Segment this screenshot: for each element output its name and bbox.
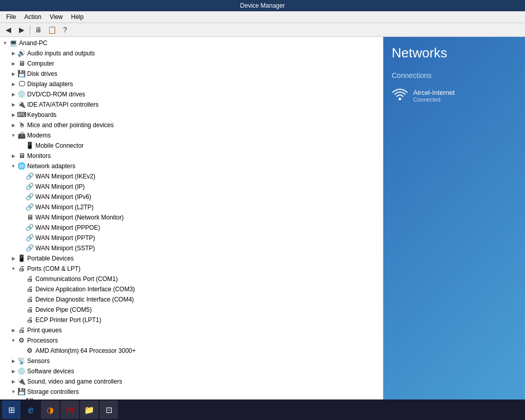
tree-expand-icon[interactable] bbox=[17, 306, 26, 314]
tree-item-wan-l2tp[interactable]: 🔗WAN Miniport (L2TP) bbox=[0, 202, 383, 212]
tree-expand-icon[interactable] bbox=[17, 213, 26, 222]
toolbar-btn-4[interactable]: ? bbox=[59, 24, 71, 35]
tree-expand-icon[interactable] bbox=[17, 203, 26, 211]
tree-expand-icon[interactable]: ▼ bbox=[1, 39, 9, 47]
tree-item-processors[interactable]: ▼⚙Processors bbox=[0, 335, 383, 346]
tree-expand-icon[interactable] bbox=[17, 172, 26, 181]
tree-item-software-devices[interactable]: ▶💿Software devices bbox=[0, 366, 383, 376]
network-name: Aircel-Internet bbox=[413, 89, 455, 96]
tree-expand-icon[interactable] bbox=[17, 193, 26, 201]
tree-item-amd-athlon[interactable]: ⚙AMD Athlon(tm) 64 Processor 3000+ bbox=[0, 346, 383, 356]
tree-item-wan-ikev2[interactable]: 🔗WAN Miniport (IKEv2) bbox=[0, 171, 383, 182]
tree-item-sound-video[interactable]: ▶🔌Sound, video and game controllers bbox=[0, 376, 383, 387]
tree-item-wan-pptp[interactable]: 🔗WAN Miniport (PPTP) bbox=[0, 233, 383, 243]
tree-expand-icon[interactable] bbox=[17, 275, 26, 283]
tree-item-icon: 📠 bbox=[17, 131, 26, 139]
toolbar-btn-1[interactable]: ▶ bbox=[15, 24, 28, 35]
menu-item-help[interactable]: Help bbox=[67, 12, 88, 22]
title-bar: Device Manager bbox=[0, 0, 525, 11]
tree-item-label: Communications Port (COM1) bbox=[35, 274, 118, 284]
tree-expand-icon[interactable]: ▶ bbox=[9, 357, 17, 365]
tree-item-computer[interactable]: ▶🖥Computer bbox=[0, 58, 383, 69]
tree-expand-icon[interactable]: ▶ bbox=[9, 59, 17, 68]
tree-item-wan-ip[interactable]: 🔗WAN Miniport (IP) bbox=[0, 182, 383, 192]
tree-item-icon: 🔌 bbox=[17, 101, 26, 109]
tree-item-ide-ata[interactable]: ▶🔌IDE ATA/ATAPI controllers bbox=[0, 99, 383, 110]
tree-expand-icon[interactable]: ▼ bbox=[9, 162, 17, 170]
taskbar-files-button[interactable]: 📁 bbox=[80, 401, 98, 419]
tree-expand-icon[interactable]: ▶ bbox=[9, 152, 17, 160]
tree-item-comm-port-com1[interactable]: 🖨Communications Port (COM1) bbox=[0, 274, 383, 284]
tree-item-wan-sstp[interactable]: 🔗WAN Miniport (SSTP) bbox=[0, 243, 383, 253]
network-item[interactable]: Aircel-Internet Connected bbox=[392, 86, 517, 105]
tree-item-modems[interactable]: ▼📠Modems bbox=[0, 130, 383, 141]
tree-item-app-iface-com3[interactable]: 🖨Device Application Interface (COM3) bbox=[0, 284, 383, 294]
tree-item-diag-iface-com4[interactable]: 🖨Device Diagnostic Interface (COM4) bbox=[0, 294, 383, 305]
tree-expand-icon[interactable] bbox=[17, 244, 26, 252]
tree-item-label: WAN Miniport (IP) bbox=[35, 182, 85, 191]
tree-expand-icon[interactable] bbox=[17, 234, 26, 242]
tree-item-wan-netmon[interactable]: 🖥WAN Miniport (Network Monitor) bbox=[0, 212, 383, 223]
menu-item-view[interactable]: View bbox=[46, 12, 67, 22]
tree-expand-icon[interactable]: ▶ bbox=[9, 49, 17, 57]
toolbar-btn-2[interactable]: 🖥 bbox=[32, 24, 45, 35]
tree-item-storage-controllers[interactable]: ▼💾Storage controllers bbox=[0, 387, 383, 397]
taskbar-app3-button[interactable]: m bbox=[60, 401, 79, 419]
tree-item-label: Audio inputs and outputs bbox=[27, 49, 95, 58]
tree-expand-icon[interactable]: ▶ bbox=[9, 101, 17, 109]
tree-item-device-pipe-com5[interactable]: 🖨Device Pipe (COM5) bbox=[0, 305, 383, 315]
tree-expand-icon[interactable]: ▶ bbox=[9, 377, 17, 386]
tree-item-keyboards[interactable]: ▶⌨Keyboards bbox=[0, 110, 383, 120]
tree-item-wan-pppoe[interactable]: 🔗WAN Miniport (PPPOE) bbox=[0, 223, 383, 233]
tree-expand-icon[interactable]: ▶ bbox=[9, 326, 17, 334]
tree-expand-icon[interactable]: ▶ bbox=[9, 367, 17, 375]
tree-item-icon: 🖱 bbox=[17, 121, 26, 129]
tree-expand-icon[interactable] bbox=[17, 295, 26, 304]
tree-expand-icon[interactable] bbox=[17, 316, 26, 324]
tree-item-dvd-rom[interactable]: ▶💿DVD/CD-ROM drives bbox=[0, 89, 383, 99]
tree-item-label: WAN Miniport (L2TP) bbox=[35, 203, 94, 212]
tree-expand-icon[interactable] bbox=[17, 224, 26, 232]
tree-expand-icon[interactable]: ▶ bbox=[9, 121, 17, 129]
tree-item-icon: ⚙ bbox=[17, 336, 26, 345]
tree-item-mobile-connector[interactable]: 📱Mobile Connector bbox=[0, 141, 383, 151]
tree-item-label: WAN Miniport (PPPOE) bbox=[35, 223, 100, 232]
tree-expand-icon[interactable] bbox=[17, 183, 26, 191]
tree-item-mice[interactable]: ▶🖱Mice and other pointing devices bbox=[0, 120, 383, 130]
tree-item-icon: 📡 bbox=[17, 357, 26, 365]
tree-item-label: Sound, video and game controllers bbox=[27, 377, 122, 386]
menu-item-action[interactable]: Action bbox=[20, 12, 45, 22]
tree-item-ports-com-lpt[interactable]: ▼🖨Ports (COM & LPT) bbox=[0, 264, 383, 274]
tree-expand-icon[interactable]: ▼ bbox=[9, 336, 17, 345]
tree-expand-icon[interactable]: ▶ bbox=[9, 80, 17, 88]
toolbar-btn-0[interactable]: ◀ bbox=[2, 24, 14, 35]
tree-item-sensors[interactable]: ▶📡Sensors bbox=[0, 356, 383, 366]
tree-item-print-queues[interactable]: ▶🖨Print queues bbox=[0, 325, 383, 335]
taskbar-ie-button[interactable]: e bbox=[22, 401, 40, 419]
tree-item-ecp-lpt1[interactable]: 🖨ECP Printer Port (LPT1) bbox=[0, 315, 383, 325]
tree-item-wan-ipv6[interactable]: 🔗WAN Miniport (IPv6) bbox=[0, 192, 383, 202]
tree-item-network-adapters[interactable]: ▼🌐Network adapters bbox=[0, 161, 383, 171]
taskbar-app5-button[interactable]: ⊡ bbox=[99, 401, 118, 419]
tree-item-portable-devices[interactable]: ▶📱Portable Devices bbox=[0, 253, 383, 264]
tree-expand-icon[interactable]: ▼ bbox=[9, 265, 17, 273]
tree-item-display-adapters[interactable]: ▶🖵Display adapters bbox=[0, 79, 383, 89]
tree-item-anand-pc[interactable]: ▼💻Anand-PC bbox=[0, 38, 383, 48]
tree-item-disk-drives[interactable]: ▶💾Disk drives bbox=[0, 69, 383, 79]
start-button[interactable]: ⊞ bbox=[2, 401, 21, 419]
tree-expand-icon[interactable] bbox=[17, 347, 26, 355]
menu-item-file[interactable]: File bbox=[2, 12, 20, 22]
tree-expand-icon[interactable] bbox=[17, 142, 26, 150]
toolbar-btn-3[interactable]: 📋 bbox=[46, 24, 58, 35]
device-tree[interactable]: ▼💻Anand-PC▶🔊Audio inputs and outputs▶🖥Co… bbox=[0, 37, 383, 399]
tree-expand-icon[interactable]: ▼ bbox=[9, 388, 17, 396]
tree-item-label: Portable Devices bbox=[27, 254, 74, 263]
tree-expand-icon[interactable]: ▶ bbox=[9, 70, 17, 78]
tree-item-monitors[interactable]: ▶🖥Monitors bbox=[0, 151, 383, 161]
tree-expand-icon[interactable]: ▶ bbox=[9, 254, 17, 263]
tree-expand-icon[interactable]: ▼ bbox=[9, 131, 17, 139]
taskbar-browser2-button[interactable]: ◑ bbox=[41, 401, 59, 419]
tree-item-audio[interactable]: ▶🔊Audio inputs and outputs bbox=[0, 48, 383, 58]
tree-expand-icon[interactable] bbox=[17, 285, 26, 293]
tree-expand-icon[interactable]: ▶ bbox=[9, 90, 17, 98]
